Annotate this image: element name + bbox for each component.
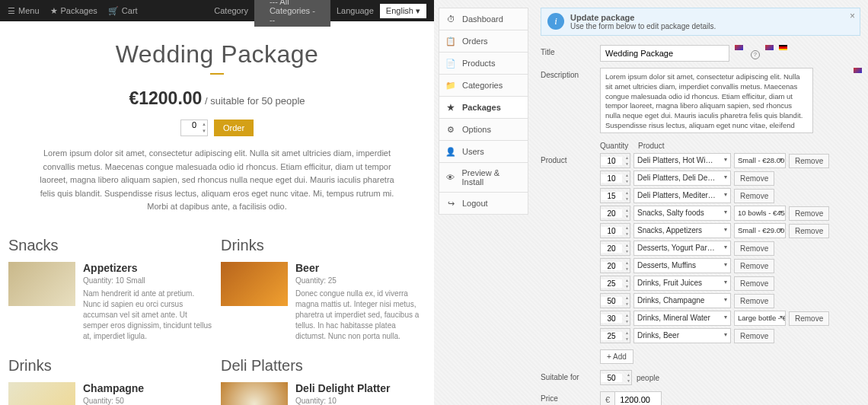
language-label: Language	[337, 6, 374, 15]
remove-button[interactable]: Remove	[734, 259, 774, 273]
preview & install-icon: 👁	[445, 172, 456, 183]
qty-input[interactable]: ▲▼	[600, 223, 630, 238]
description-textarea[interactable]	[600, 68, 813, 133]
frontend-preview: ☰ Menu ★ Packages 🛒 Cart Category --- Al…	[0, 0, 434, 405]
packages-link[interactable]: ★ Packages	[50, 6, 97, 16]
qty-input[interactable]: ▲▼	[600, 276, 630, 291]
add-product-button[interactable]: + Add	[600, 349, 633, 364]
item-qty: Quantity: 50	[83, 397, 213, 405]
product-row: ▲▼ Desserts, Yogurt Parfaits Remove	[600, 241, 860, 256]
product-select[interactable]: Drinks, Beer	[633, 328, 731, 343]
remove-button[interactable]: Remove	[734, 189, 774, 203]
package-title: Wedding Package	[8, 40, 426, 69]
size-select[interactable]: 10 bowls - €45.00	[734, 206, 786, 221]
product-row: ▲▼ Desserts, Muffins Remove	[600, 258, 860, 273]
qty-input[interactable]: ▲▼	[600, 188, 630, 203]
packages-icon: ★	[445, 102, 456, 113]
size-select[interactable]: Large bottle - €5.5	[734, 311, 786, 326]
item-image	[221, 382, 288, 405]
size-select[interactable]: Small - €29.00	[734, 223, 786, 238]
help-icon[interactable]: ?	[751, 50, 760, 59]
product-select[interactable]: Desserts, Muffins	[633, 258, 731, 273]
qty-input[interactable]: ▲▼	[600, 293, 630, 308]
order-qty-input[interactable]: ▲▼	[180, 120, 208, 136]
remove-button[interactable]: Remove	[789, 311, 829, 326]
qty-input[interactable]: ▲▼	[600, 241, 630, 256]
qty-input[interactable]: ▲▼	[600, 171, 630, 186]
sidebar-item-dashboard[interactable]: ⏱Dashboard	[439, 8, 528, 30]
flag-en2-icon[interactable]	[765, 45, 774, 50]
sidebar-item-products[interactable]: 📄Products	[439, 52, 528, 74]
suitable-input[interactable]: ▲▼	[600, 370, 632, 385]
item-desc: Donec congue nulla ex, id viverra magna …	[295, 289, 426, 342]
remove-button[interactable]: Remove	[789, 154, 829, 168]
item-image	[8, 262, 75, 306]
remove-button[interactable]: Remove	[734, 171, 774, 186]
qty-input[interactable]: ▲▼	[600, 258, 630, 273]
logout-icon: ↪	[445, 198, 456, 209]
people-label: people	[637, 374, 659, 382]
product-row: ▲▼ Drinks, Fruit Juices Remove	[600, 276, 860, 291]
section-title: Deli Platters	[221, 357, 426, 375]
product-select[interactable]: Deli Platters, Hot Wing Party P...	[633, 153, 731, 168]
category-select[interactable]: --- All Categories ---	[254, 0, 330, 27]
products-icon: 📄	[445, 58, 456, 69]
product-row: ▲▼ Drinks, Champagne Remove	[600, 293, 860, 308]
order-button[interactable]: Order	[214, 120, 254, 136]
remove-button[interactable]: Remove	[789, 224, 829, 238]
quantity-header: Quantity	[600, 142, 638, 150]
notice-close-icon[interactable]: ×	[850, 11, 855, 21]
cart-link[interactable]: 🛒 Cart	[108, 6, 138, 16]
sidebar-item-categories[interactable]: 📁Categories	[439, 74, 528, 96]
title-label: Title	[541, 45, 600, 56]
sidebar-item-logout[interactable]: ↪Logout	[439, 192, 528, 215]
section-title: Drinks	[221, 237, 426, 254]
remove-button[interactable]: Remove	[734, 329, 774, 343]
sidebar-item-options[interactable]: ⚙Options	[439, 118, 528, 140]
product-select[interactable]: Deli Platters, Mediterranean Pl...	[633, 188, 731, 203]
remove-button[interactable]: Remove	[789, 206, 829, 221]
menu-link[interactable]: ☰ Menu	[8, 6, 40, 16]
remove-button[interactable]: Remove	[734, 294, 774, 308]
title-input[interactable]	[600, 45, 729, 62]
item-image	[221, 262, 288, 306]
product-label: Product	[541, 153, 600, 164]
remove-button[interactable]: Remove	[734, 276, 774, 291]
remove-button[interactable]: Remove	[734, 241, 774, 256]
package-suitable: / suitable for 50 people	[205, 95, 305, 107]
product-select[interactable]: Snacks, Appetizers	[633, 223, 731, 238]
product-select[interactable]: Drinks, Champagne	[633, 293, 731, 308]
notice-text: Use the form below to edit package detai…	[570, 22, 716, 30]
flag-desc-icon[interactable]	[854, 68, 862, 73]
sidebar-item-preview-install[interactable]: 👁Preview & Install	[439, 162, 528, 192]
frontend-topbar: ☰ Menu ★ Packages 🛒 Cart Category --- Al…	[0, 0, 434, 21]
sidebar-item-orders[interactable]: 📋Orders	[439, 30, 528, 52]
item-qty: Quantity: 10	[295, 397, 426, 405]
product-row: ▲▼ Drinks, Mineral Water Large bottle - …	[600, 311, 860, 326]
update-notice: i Update package Use the form below to e…	[541, 8, 860, 36]
language-select[interactable]: English ▾	[380, 4, 426, 18]
orders-icon: 📋	[445, 36, 456, 46]
product-select[interactable]: Deli Platters, Deli Delight Platter	[633, 171, 731, 186]
product-select[interactable]: Drinks, Fruit Juices	[633, 276, 731, 291]
qty-input[interactable]: ▲▼	[600, 311, 630, 326]
flag-en-icon[interactable]	[735, 45, 743, 50]
product-select[interactable]: Snacks, Salty foods	[633, 206, 731, 221]
price-input[interactable]	[614, 391, 662, 405]
size-select[interactable]: Small - €28.00	[734, 153, 786, 168]
sidebar-item-packages[interactable]: ★Packages	[439, 96, 528, 118]
product-select[interactable]: Desserts, Yogurt Parfaits	[633, 241, 731, 256]
section-title: Snacks	[8, 237, 213, 254]
qty-input[interactable]: ▲▼	[600, 153, 630, 168]
product-row: ▲▼ Deli Platters, Hot Wing Party P... Sm…	[600, 153, 860, 168]
product-row: ▲▼ Deli Platters, Deli Delight Platter R…	[600, 171, 860, 186]
product-select[interactable]: Drinks, Mineral Water	[633, 311, 731, 326]
sidebar-item-users[interactable]: 👤Users	[439, 140, 528, 162]
users-icon: 👤	[445, 146, 456, 157]
product-row: ▲▼ Snacks, Appetizers Small - €29.00 Rem…	[600, 223, 860, 238]
flag-de-icon[interactable]	[779, 45, 787, 50]
qty-input[interactable]: ▲▼	[600, 328, 630, 343]
price-label: Price	[541, 391, 600, 403]
package-description: Lorem ipsum dolor sit amet, consectetur …	[38, 147, 396, 214]
qty-input[interactable]: ▲▼	[600, 206, 630, 221]
